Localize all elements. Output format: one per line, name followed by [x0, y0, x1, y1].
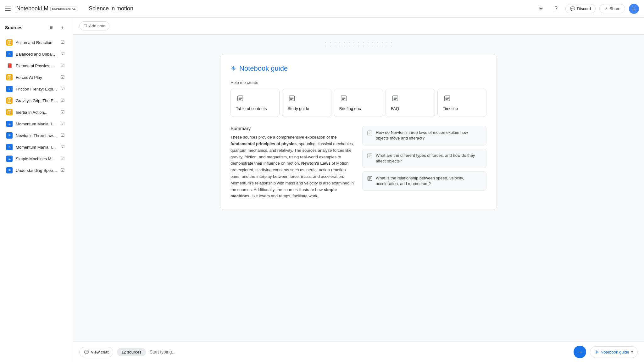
- content-toolbar: ☐ Add note: [73, 18, 644, 35]
- source-icon-momentum-mania-2: ≡: [6, 144, 13, 150]
- source-label-action-reaction: Action and Reaction: [16, 40, 58, 45]
- sidebar-item-inertia-in-action[interactable]: Inertia In Action...☑: [3, 107, 70, 118]
- source-check-momentum-mania-1[interactable]: ☑: [61, 121, 66, 127]
- source-check-forces-at-play[interactable]: ☑: [61, 74, 66, 80]
- discord-label: Discord: [577, 6, 591, 11]
- send-button[interactable]: →: [574, 346, 586, 358]
- notebook-guide-bottom-button[interactable]: ✳ Notebook guide ▾: [590, 346, 638, 358]
- sources-count-label: 12 sources: [121, 350, 142, 354]
- filter-sources-button[interactable]: ≡: [46, 23, 56, 33]
- source-label-momentum-mania-1: Momentum Mania: Inves...: [16, 122, 58, 126]
- source-label-friction-frenzy: Friction Frenzy: Explorin...: [16, 87, 58, 91]
- guide-cards-row: Table of contentsStudy guideBriefing doc…: [230, 89, 486, 117]
- guide-card-faq[interactable]: FAQ: [386, 89, 435, 117]
- guide-card-table-of-contents[interactable]: Table of contents: [230, 89, 280, 117]
- summary-label: Summary: [230, 126, 355, 131]
- guide-card-study-guide[interactable]: Study guide: [282, 89, 331, 117]
- guide-card-icon-study-guide: [287, 94, 296, 103]
- menu-icon[interactable]: [5, 5, 13, 13]
- chat-input[interactable]: [150, 347, 570, 357]
- dots-pattern: [220, 42, 497, 47]
- header-actions: ☀ ? 💬 Discord ↗ Share U: [535, 3, 639, 14]
- source-icon-elemental-physics: 📕: [6, 63, 13, 69]
- notebook-guide-bottom-label: Notebook guide: [601, 350, 629, 354]
- source-label-understanding-speed: Understanding Speed, Ve...: [16, 168, 58, 173]
- source-label-elemental-physics: Elemental Physics, Third...: [16, 63, 58, 68]
- guide-card-briefing-doc[interactable]: Briefing doc: [334, 89, 383, 117]
- source-label-forces-at-play: Forces At Play: [16, 75, 58, 80]
- sidebar-item-momentum-mania-2[interactable]: ≡Momentum Mania: Inves...☑: [3, 141, 70, 153]
- source-check-balanced-unbalanced[interactable]: ☑: [61, 51, 66, 57]
- notebook-guide-title: Notebook guide: [239, 64, 288, 73]
- guide-card-timeline[interactable]: Timeline: [437, 89, 486, 117]
- guide-card-label-faq: FAQ: [391, 106, 429, 112]
- sidebar-item-elemental-physics[interactable]: 📕Elemental Physics, Third...☑: [3, 60, 70, 71]
- source-check-understanding-speed[interactable]: ☑: [61, 167, 66, 173]
- app-logo: NotebookLM EXPERIMENTAL: [16, 5, 77, 12]
- summary-section: Summary These sources provide a comprehe…: [230, 126, 486, 200]
- sidebar-header: Sources ≡ ＋: [0, 18, 73, 35]
- sidebar-item-friction-frenzy[interactable]: ≡Friction Frenzy: Explorin...☑: [3, 83, 70, 95]
- guide-card-label-timeline: Timeline: [443, 106, 481, 112]
- sidebar-item-understanding-speed[interactable]: ≡Understanding Speed, Ve...☑: [3, 165, 70, 176]
- sidebar-item-gravity-grip[interactable]: Gravity's Grip: The Force...☑: [3, 95, 70, 106]
- logo-text: NotebookLM: [16, 5, 48, 12]
- guide-card-label-briefing-doc: Briefing doc: [339, 106, 378, 112]
- source-icon-forces-at-play: [6, 74, 13, 80]
- notebook-guide-bottom-icon: ✳: [595, 349, 599, 355]
- guide-card-icon-timeline: [443, 94, 452, 103]
- sidebar-item-balanced-unbalanced[interactable]: ≡Balanced and Unbalance...☑: [3, 48, 70, 60]
- suggested-questions: How do Newton's three laws of motion exp…: [362, 126, 486, 200]
- help-button[interactable]: ?: [550, 3, 562, 14]
- source-icon-newtons-three-laws: ≡: [6, 132, 13, 139]
- source-check-inertia-in-action[interactable]: ☑: [61, 109, 66, 115]
- content-main: ✳ Notebook guide Help me create Table of…: [73, 35, 644, 342]
- source-check-simple-machines[interactable]: ☑: [61, 156, 66, 162]
- content-area: ☐ Add note: [73, 18, 644, 362]
- source-icon-balanced-unbalanced: ≡: [6, 51, 13, 57]
- source-label-gravity-grip: Gravity's Grip: The Force...: [16, 98, 58, 103]
- source-label-momentum-mania-2: Momentum Mania: Inves...: [16, 145, 58, 150]
- guide-card-icon-faq: [391, 94, 400, 103]
- sidebar-item-forces-at-play[interactable]: Forces At Play☑: [3, 72, 70, 83]
- share-button[interactable]: ↗ Share: [599, 4, 625, 13]
- view-chat-button[interactable]: 💬 View chat: [79, 347, 113, 357]
- add-note-icon: ☐: [83, 24, 87, 28]
- source-label-inertia-in-action: Inertia In Action...: [16, 110, 58, 115]
- sidebar-item-simple-machines[interactable]: ≡Simple Machines Make...☑: [3, 153, 70, 164]
- discord-icon: 💬: [570, 6, 575, 11]
- sources-count-badge[interactable]: 12 sources: [117, 348, 146, 356]
- question-text-q1: How do Newton's three laws of motion exp…: [376, 130, 482, 141]
- discord-button[interactable]: 💬 Discord: [565, 4, 596, 13]
- source-check-momentum-mania-2[interactable]: ☑: [61, 144, 66, 150]
- chat-bar: 💬 View chat 12 sources → ✳ Notebook guid…: [73, 342, 644, 362]
- sources-list: Action and Reaction☑≡Balanced and Unbala…: [0, 35, 73, 362]
- source-check-newtons-three-laws[interactable]: ☑: [61, 133, 66, 138]
- sidebar-item-newtons-three-laws[interactable]: ≡Newton's Three Laws...☑: [3, 130, 70, 141]
- dots-row-2: [220, 46, 497, 47]
- source-check-gravity-grip[interactable]: ☑: [61, 98, 66, 103]
- notebook-guide-header: ✳ Notebook guide: [230, 64, 486, 73]
- sidebar-item-momentum-mania-1[interactable]: ≡Momentum Mania: Inves...☑: [3, 118, 70, 129]
- theme-toggle-button[interactable]: ☀: [535, 3, 547, 14]
- source-check-friction-frenzy[interactable]: ☑: [61, 86, 66, 92]
- question-icon: [367, 130, 373, 136]
- sidebar-title: Sources: [5, 25, 22, 30]
- source-icon-action-reaction: [6, 39, 13, 46]
- source-check-action-reaction[interactable]: ☑: [61, 40, 66, 45]
- chat-icon: 💬: [84, 350, 89, 354]
- sidebar-item-action-reaction[interactable]: Action and Reaction☑: [3, 37, 70, 48]
- view-chat-label: View chat: [91, 350, 108, 354]
- suggested-question-q3[interactable]: What is the relationship between speed, …: [362, 171, 486, 191]
- source-icon-gravity-grip: [6, 97, 13, 104]
- dots-row-1: [220, 42, 497, 43]
- chevron-down-icon: ▾: [631, 350, 633, 354]
- suggested-question-q2[interactable]: What are the different types of forces, …: [362, 149, 486, 168]
- avatar[interactable]: U: [629, 4, 639, 14]
- add-source-button[interactable]: ＋: [58, 23, 68, 33]
- question-text-q2: What are the different types of forces, …: [376, 153, 482, 164]
- suggested-question-q1[interactable]: How do Newton's three laws of motion exp…: [362, 126, 486, 145]
- question-icon: [367, 176, 373, 181]
- source-check-elemental-physics[interactable]: ☑: [61, 63, 66, 69]
- add-note-button[interactable]: ☐ Add note: [79, 21, 109, 30]
